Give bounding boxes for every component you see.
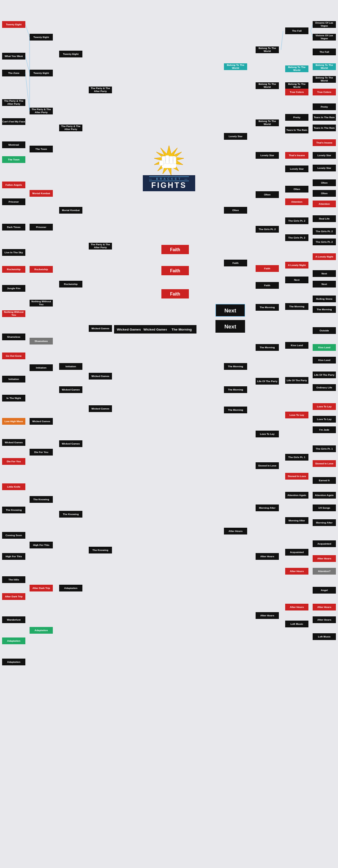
right-r4-6: The Morning (224, 386, 247, 393)
left-r3-5: Initiation (59, 363, 82, 370)
right-r2-12: The Girls Pt. 2 (285, 234, 308, 241)
right-r3-13: Stoned In Love (256, 462, 279, 469)
right-r2-4: True Colors (285, 89, 308, 95)
right-r2-8: Lonely Star (285, 165, 308, 172)
right-r1-40: Attention? (313, 568, 336, 575)
right-r1-10: That's Insane (313, 139, 336, 146)
right-r3-9: The Morning (256, 304, 279, 311)
right-r2-22: Morning After (285, 517, 308, 524)
right-r3-11: Life Of The Party (256, 378, 279, 385)
left-r4-1: The Party & The After Party (89, 87, 112, 93)
left-r1-11: Live In The Sky (2, 249, 25, 256)
right-r2-1: The Fall (285, 27, 308, 34)
right-r2-18: Love To Lay (285, 412, 308, 418)
svg-line-15 (281, 31, 283, 50)
right-r1-33: Stoned In Love (313, 460, 336, 467)
right-r1-23: The Morning (313, 306, 336, 313)
right-r1-18: The Girls Pt. 2 (313, 239, 336, 245)
right-r1-22: Rolling Stone (313, 296, 336, 302)
right-r3-3: Belong To The World (256, 119, 279, 126)
left-r1-19: Low High Mass (2, 418, 25, 425)
right-r2-15: The Morning (285, 303, 308, 310)
left-r2-2: Twenty Eight (30, 70, 53, 76)
right-r1-44: Loft Music (313, 633, 336, 640)
left-r1-7: The Town (2, 156, 25, 163)
right-r1-43: After Hours (313, 616, 336, 623)
right-r2-13: A Lonely Night (285, 262, 308, 269)
left-r1-18: In The Night (2, 395, 25, 401)
right-r1-20: Next (313, 270, 336, 277)
left-r3-4: Rocketship (59, 281, 82, 288)
right-r1-6: True Colors (313, 89, 336, 95)
left-r1-24: Coming Soon (2, 532, 25, 539)
right-r1-3: The Fall (313, 49, 336, 55)
left-r2-9: Shameless (30, 338, 53, 344)
bracket-logo-container: — BRACKET — FIGHTS (127, 144, 211, 191)
right-r3-16: After Hours (256, 612, 279, 619)
right-r1-7: Pretty (313, 103, 336, 110)
right-r2-21: Attention Again (285, 492, 308, 499)
right-r1-35: Attention Again (313, 492, 336, 499)
right-r1-32: The Girls Pt. 1 (313, 445, 336, 452)
right-r1-16: Real Life (313, 215, 336, 222)
right-r2-5: Pretty (285, 114, 308, 121)
next-large-1[interactable]: Next (215, 304, 245, 317)
left-r4-6: The Knowing (89, 547, 112, 553)
left-r1-30: Adaptation (2, 659, 25, 665)
left-r3-2: The Party & The After Party (59, 125, 82, 131)
right-r3-1: Belong To The World (256, 46, 279, 53)
left-r1-5: Can't Feel My Face (2, 118, 25, 125)
fights-text: FIGHTS (151, 181, 187, 190)
right-r2-16: Kiss Land (285, 342, 308, 349)
left-r3-9: Adaptation (59, 585, 82, 591)
right-r2-25: After Hours (285, 604, 308, 610)
right-r1-11: Lonely Star (313, 152, 336, 159)
left-r1-29: Adaptation (2, 637, 25, 644)
left-r3-6: Wicked Games (59, 386, 82, 393)
right-r1-17: The Girls Pt. 2 (313, 228, 336, 235)
left-r1-26: The Hills (2, 576, 25, 583)
right-r1-38: Acquainted (313, 540, 336, 547)
right-r1-21: Next (313, 281, 336, 288)
right-r1-1: Dreams Of Las Vegas (313, 21, 336, 28)
svg-line-10 (25, 73, 30, 111)
left-r1-25: High For This (2, 553, 25, 560)
left-r1-22: Little Knife (2, 483, 25, 490)
bracket-text: — BRACKET — (149, 177, 189, 180)
right-r1-8: Tears In The Rain (313, 114, 336, 121)
left-r1-6: Montreal (2, 141, 25, 148)
bracket-logo: — BRACKET — FIGHTS (127, 144, 211, 191)
right-r2-2: Belong To The World (285, 65, 308, 72)
center-faith-3: Faith (161, 289, 189, 298)
svg-line-9 (25, 56, 30, 73)
left-r2-3: The Party & The After Party (30, 108, 53, 114)
left-r2-16: Adaptation (30, 627, 53, 634)
center-faith-2: Faith (161, 266, 189, 275)
left-r2-5: Mortal Kombat (30, 190, 53, 197)
right-r3-12: Love To Lay (256, 431, 279, 437)
left-r1-16: Go Out Gone (2, 353, 25, 359)
right-r2-26: Loft Music (285, 621, 308, 627)
left-r2-15: After Dark Trip (30, 585, 53, 591)
right-r2-10: Attention (285, 198, 308, 205)
right-r4-4: Faith (224, 260, 247, 266)
left-r1-4: The Party & The After Party (2, 99, 25, 106)
right-r1-28: Ordinary Life (313, 384, 336, 391)
left-r2-13: The Knowing (30, 496, 53, 503)
center-2: Wicked Games (141, 325, 170, 334)
right-r2-7: That's Insane (285, 152, 308, 159)
left-r2-7: Rocketship (30, 266, 53, 273)
svg-rect-4 (166, 155, 169, 164)
right-r3-7: Faith (256, 265, 279, 272)
svg-rect-7 (159, 160, 164, 165)
right-r2-19: The Girls Pt. 1 (285, 454, 308, 461)
left-r1-1: Twenty Eight (2, 21, 25, 28)
right-r1-19: A Lonely Night (313, 253, 336, 260)
left-r1-3: The Zone (2, 70, 25, 76)
right-r1-41: Angel (313, 587, 336, 594)
right-r1-9: Tears In The Rain (313, 125, 336, 131)
left-r1-10: Dark Times (2, 224, 25, 231)
left-r2-12: Die For You (30, 449, 53, 456)
left-r1-27: After Dark Trip (2, 593, 25, 600)
right-r2-23: Acquainted (285, 549, 308, 556)
